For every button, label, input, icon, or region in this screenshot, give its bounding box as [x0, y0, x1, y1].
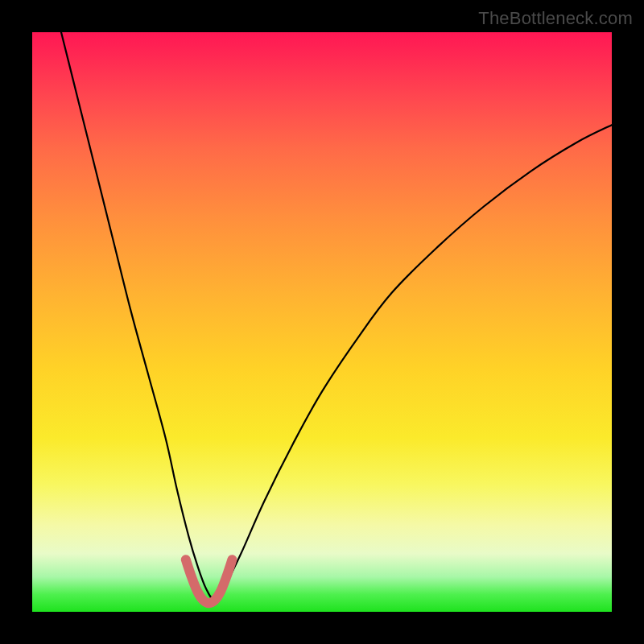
chart-plot-area	[32, 32, 612, 612]
optimal-zone-highlight	[186, 559, 233, 603]
watermark-text: TheBottleneck.com	[478, 8, 633, 29]
chart-svg	[32, 32, 612, 612]
optimal-zone-path	[186, 559, 233, 603]
bottleneck-curve-path	[61, 32, 612, 601]
bottleneck-curve	[61, 32, 612, 601]
